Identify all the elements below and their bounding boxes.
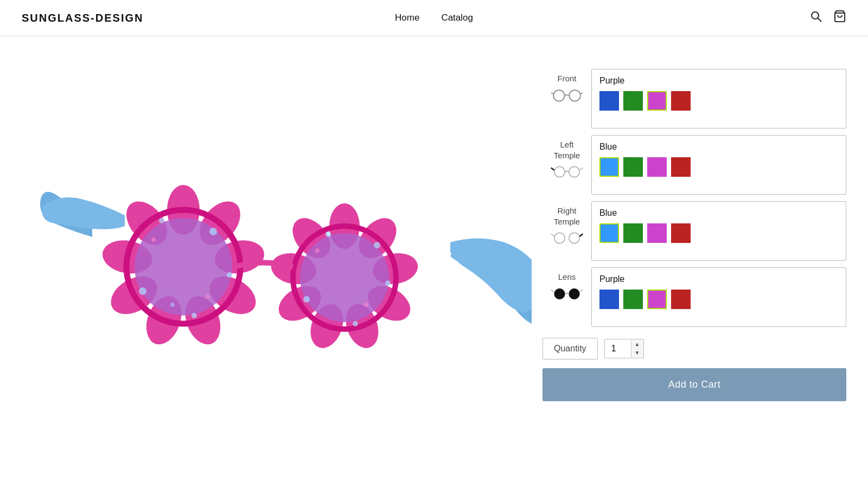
left-temple-swatches [599,157,838,177]
svg-point-34 [227,272,232,278]
svg-point-44 [554,166,565,177]
nav-catalog[interactable]: Catalog [441,12,473,23]
right-temple-selected-color: Blue [599,208,838,218]
front-selector-row: Front Purple [542,69,846,129]
right-temple-swatch-purple[interactable] [647,223,667,243]
svg-point-16 [385,280,391,286]
header: SUNGLASS-DESIGN Home Catalog [0,0,868,36]
right-temple-swatches [599,223,838,243]
front-swatches [599,91,838,111]
add-to-cart-button[interactable]: Add to Cart [542,368,846,401]
right-temple-selector-row: RightTemple Blue [542,201,846,261]
quantity-increment[interactable]: ▲ [631,340,643,349]
quantity-label: Quantity [542,338,598,359]
main-nav: Home Catalog [395,12,473,23]
svg-line-51 [579,234,583,237]
left-temple-swatch-red[interactable] [671,157,691,177]
quantity-decrement[interactable]: ▼ [631,349,643,357]
lens-selected-color: Purple [599,274,838,284]
left-temple-swatch-green[interactable] [623,157,643,177]
svg-point-35 [139,287,146,295]
lens-label-col: Lens [542,272,591,302]
right-temple-label-col: RightTemple [542,206,591,246]
lens-label: Lens [558,272,576,282]
front-label: Front [557,73,576,84]
lens-swatches [599,290,838,309]
svg-point-32 [209,228,217,235]
left-temple-selected-color: Blue [599,142,838,152]
right-temple-selector-box: Blue [591,201,846,261]
front-swatch-blue[interactable] [599,91,619,111]
lens-selector-row: Lens Purple [542,267,846,327]
right-temple-label: RightTemple [554,206,580,227]
svg-line-50 [551,234,554,237]
front-swatch-red[interactable] [671,91,691,111]
quantity-row: Quantity ▲ ▼ [542,338,846,359]
svg-point-53 [569,288,580,299]
right-temple-swatch-red[interactable] [671,223,691,243]
product-image [33,74,532,421]
front-glasses-icon [551,87,583,104]
svg-line-43 [580,93,583,94]
quantity-input-wrap: ▲ ▼ [604,339,644,358]
front-label-col: Front [542,73,591,104]
svg-point-31 [135,218,232,316]
nav-home[interactable]: Home [395,12,419,23]
svg-line-42 [551,93,553,94]
svg-point-36 [192,313,197,318]
lens-selector-box: Purple [591,267,846,327]
search-button[interactable] [809,10,822,26]
svg-point-38 [206,294,210,299]
svg-point-45 [569,166,580,177]
svg-point-39 [170,303,175,307]
svg-point-41 [569,90,580,101]
brand-logo: SUNGLASS-DESIGN [22,12,143,24]
right-temple-glasses-icon [551,230,583,246]
right-temple-swatch-blue[interactable] [599,223,619,243]
right-temple-swatch-green[interactable] [623,223,643,243]
svg-point-17 [303,296,310,303]
lens-swatch-green[interactable] [623,290,643,309]
left-temple-selector-box: Blue [591,135,846,195]
left-temple-label: LeftTemple [554,139,580,160]
left-temple-label-col: LeftTemple [542,139,591,180]
front-selected-color: Purple [599,76,838,86]
cart-button[interactable] [833,10,846,26]
front-selector-box: Purple [591,69,846,129]
svg-point-48 [554,233,565,243]
quantity-input[interactable] [605,339,631,358]
header-icons [809,10,846,26]
svg-point-15 [326,232,331,237]
customizer-panel: Front Purple [542,58,846,438]
main-content: Front Purple [0,36,868,459]
svg-point-14 [374,242,380,248]
left-temple-swatch-blue[interactable] [599,157,619,177]
svg-point-0 [812,12,819,19]
svg-point-33 [159,218,164,223]
svg-point-19 [315,248,320,253]
front-swatch-green[interactable] [623,91,643,111]
svg-point-20 [364,303,368,307]
left-temple-selector-row: LeftTemple Blue [542,135,846,195]
svg-point-18 [353,321,358,326]
svg-point-49 [569,233,580,243]
lens-glasses-icon [551,286,583,302]
left-temple-glasses-icon [551,164,583,180]
cart-icon [833,10,846,23]
quantity-spinners: ▲ ▼ [631,340,643,357]
svg-point-37 [151,237,156,242]
svg-point-52 [554,288,565,299]
product-image-area [22,58,542,438]
svg-line-47 [579,168,583,171]
lens-swatch-purple[interactable] [647,290,667,309]
svg-line-46 [551,168,554,171]
svg-line-54 [551,290,554,292]
svg-line-55 [579,290,583,292]
svg-point-40 [553,90,565,101]
lens-swatch-blue[interactable] [599,290,619,309]
search-icon [809,10,822,23]
svg-line-1 [818,18,822,22]
left-temple-swatch-purple[interactable] [647,157,667,177]
front-swatch-purple[interactable] [647,91,667,111]
lens-swatch-red[interactable] [671,290,691,309]
